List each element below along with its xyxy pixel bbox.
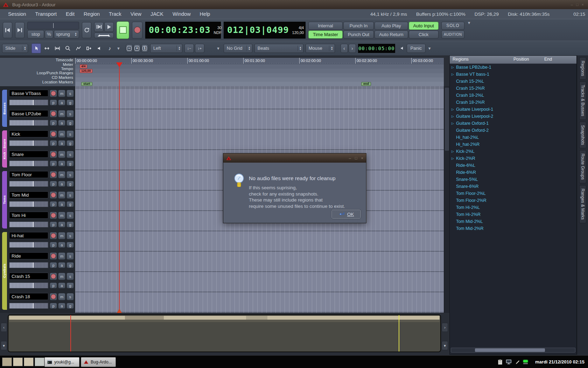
mute-button[interactable]: m <box>58 171 65 178</box>
track-group-strip[interactable]: Cymbals <box>2 232 7 310</box>
region-list-item[interactable]: ▷ Guitare Oxford-2 <box>450 127 576 134</box>
window-control-button[interactable]: □ <box>576 2 579 7</box>
gain-fader[interactable] <box>9 140 48 146</box>
menu-item[interactable]: JACK <box>146 11 168 17</box>
automation-button[interactable]: a <box>58 181 65 187</box>
region-list-item[interactable]: ▷ Kick-2%L <box>450 148 576 155</box>
workspace-cell[interactable] <box>24 357 34 366</box>
loop-punch-ruler[interactable] <box>75 73 444 77</box>
nudge-button[interactable]: › <box>349 44 356 53</box>
dialog-titlebar[interactable]: –□× <box>223 154 366 163</box>
track-header[interactable]: Basse VTbass m s p a g <box>0 89 75 109</box>
goto-end-button[interactable] <box>15 22 24 38</box>
canvas-track-row[interactable] <box>75 272 444 292</box>
zoom-focus-select[interactable]: Left ▲▼ <box>150 44 182 53</box>
stretch-tool-button[interactable] <box>52 43 62 53</box>
region-list-item[interactable]: ▷ Basse LPB2ube-1 <box>450 64 576 71</box>
ruler-label[interactable]: CD Markers <box>0 75 75 80</box>
gain-fader[interactable] <box>9 282 48 288</box>
region-list-item[interactable]: ▷ Crash 15-2%R <box>450 85 576 92</box>
mute-button[interactable]: m <box>58 110 65 117</box>
solo-button[interactable]: s <box>66 191 74 199</box>
solo-button[interactable]: s <box>66 130 74 138</box>
region-list-item[interactable]: ▷ Guitare Liverpool-2 <box>450 113 576 120</box>
shuttle-stop-button[interactable]: stop <box>27 30 44 39</box>
panic-button[interactable]: Panic <box>407 44 426 53</box>
column-header[interactable]: End <box>544 57 552 62</box>
solo-button[interactable]: s <box>66 90 74 97</box>
dialog-window-control-button[interactable]: – <box>349 156 351 160</box>
region-list-item[interactable]: ▷ Snare-5%L <box>450 176 576 183</box>
record-enable-button[interactable] <box>50 252 57 260</box>
side-tab[interactable]: Ranges & Marks <box>579 185 586 223</box>
group-button[interactable]: g <box>66 242 74 248</box>
ok-button[interactable]: OK <box>331 210 361 219</box>
record-enable-button[interactable] <box>50 130 57 138</box>
region-list-item[interactable]: ▷ Hi_hat-2%R <box>450 141 576 148</box>
region-list-item[interactable]: ▷ Ride-6%L <box>450 162 576 169</box>
edit-point-select[interactable]: Mouse ▲▼ <box>306 44 335 53</box>
canvas-track-row[interactable] <box>75 89 444 109</box>
dialog-window-control-button[interactable]: × <box>361 156 363 160</box>
transport-toggle-button[interactable]: Punch In <box>343 22 374 30</box>
listen-tool-button[interactable] <box>94 43 104 53</box>
expand-triangle-icon[interactable]: ▷ <box>451 66 456 69</box>
column-header[interactable]: Regions <box>453 57 469 62</box>
playlist-button[interactable]: p <box>50 120 57 126</box>
play-range-button[interactable] <box>94 22 104 32</box>
grab-tool-button[interactable] <box>31 43 41 53</box>
window-control-button[interactable]: – <box>571 2 573 7</box>
track-header[interactable]: Basse LP2ube m s p a g <box>0 109 75 129</box>
gain-fader[interactable] <box>9 242 48 248</box>
audition-button[interactable]: AUDITION <box>441 30 464 39</box>
loop-button[interactable] <box>82 22 91 38</box>
canvas-track-row[interactable] <box>75 109 444 130</box>
mute-button[interactable]: m <box>58 232 65 239</box>
stop-button[interactable] <box>117 21 129 39</box>
workspace-cell[interactable] <box>2 357 12 366</box>
group-button[interactable]: g <box>66 222 74 227</box>
transport-toggle-button[interactable]: Auto Play <box>374 22 408 30</box>
shuttle-mode-select[interactable]: sprung ▲▼ <box>54 30 79 39</box>
automation-button[interactable]: a <box>58 100 65 105</box>
region-list-item[interactable]: ▷ Tom Hi-2%R <box>450 211 576 218</box>
column-header[interactable]: Position <box>513 57 529 62</box>
gain-fader[interactable] <box>9 262 48 268</box>
ruler-label[interactable]: Location Markers <box>0 80 75 84</box>
start-marker[interactable]: start <box>81 82 92 86</box>
region-list-item[interactable]: ▷ Crash 18-2%R <box>450 99 576 106</box>
side-tab[interactable]: Regions <box>579 57 586 80</box>
tempo-marker[interactable]: 120,00 <box>80 69 92 73</box>
zoom-button[interactable]: 1 <box>141 44 148 53</box>
track-name-button[interactable]: Tom Floor <box>9 171 48 178</box>
gain-fader[interactable] <box>9 100 48 105</box>
expand-triangle-icon[interactable]: ▷ <box>451 122 456 125</box>
record-enable-button[interactable] <box>50 232 57 239</box>
group-button[interactable]: g <box>66 303 74 309</box>
automation-button[interactable]: a <box>58 201 65 207</box>
chevron-down-icon[interactable]: ▼ <box>117 46 120 50</box>
region-list-item[interactable]: ▷ Basse VT bass-1 <box>450 71 576 78</box>
chevron-down-icon[interactable]: ▼ <box>428 46 432 50</box>
zoom-button[interactable]: + <box>134 44 140 53</box>
scrollbar-thumb[interactable] <box>445 88 449 151</box>
transport-toggle-button[interactable]: Click <box>409 30 439 39</box>
track-name-button[interactable]: Kick <box>9 130 48 137</box>
scroll-right-button[interactable]: › <box>442 323 448 332</box>
zoom-tool-button[interactable] <box>63 43 72 53</box>
automation-button[interactable]: a <box>58 161 65 166</box>
menu-item[interactable]: Transport <box>31 11 62 17</box>
canvas-track-row[interactable] <box>75 252 444 272</box>
automation-button[interactable]: a <box>58 303 65 309</box>
mute-button[interactable]: m <box>58 151 65 158</box>
mute-button[interactable]: m <box>58 191 65 199</box>
region-list-item[interactable]: ▷ Guitare Liverpool-1 <box>450 106 576 113</box>
secondary-clock[interactable]: 012|03|0499 4|4 120,00 <box>224 22 306 39</box>
solo-button[interactable]: s <box>66 212 74 219</box>
group-button[interactable]: g <box>66 140 74 146</box>
taskbar-window-terminal[interactable]: youki@g... <box>44 357 79 367</box>
transport-toggle-button[interactable]: Auto Input <box>409 22 439 30</box>
track-header[interactable]: Tom Hi m s p a g <box>0 211 75 231</box>
track-name-button[interactable]: Hi-hat <box>9 232 48 239</box>
region-list-item[interactable]: ▷ Kick-2%R <box>450 155 576 162</box>
